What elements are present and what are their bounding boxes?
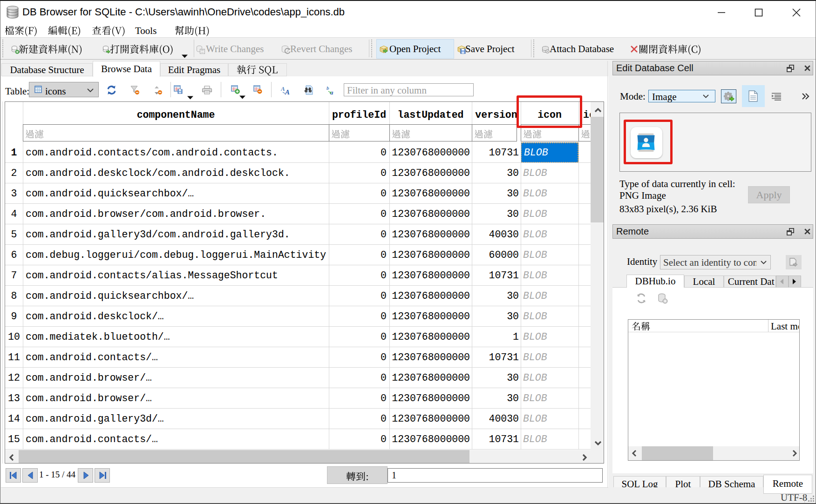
svg-text:b: b [326, 86, 329, 91]
svg-text:A: A [281, 86, 285, 92]
svg-text:A: A [285, 88, 290, 95]
